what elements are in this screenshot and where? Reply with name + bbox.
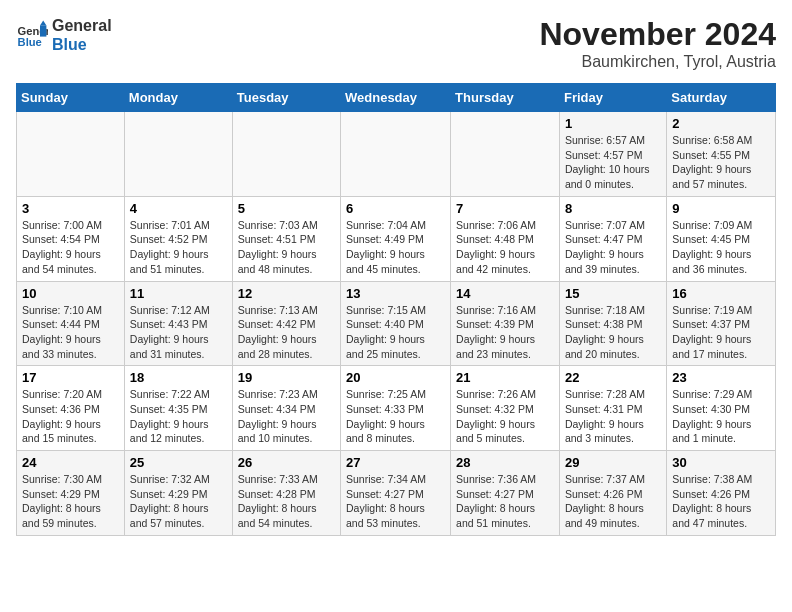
day-info: Sunrise: 6:57 AM Sunset: 4:57 PM Dayligh… [565,133,661,192]
day-info: Sunrise: 7:25 AM Sunset: 4:33 PM Dayligh… [346,387,445,446]
day-number: 2 [672,116,770,131]
day-info: Sunrise: 7:15 AM Sunset: 4:40 PM Dayligh… [346,303,445,362]
day-info: Sunrise: 7:26 AM Sunset: 4:32 PM Dayligh… [456,387,554,446]
week-row-1: 1Sunrise: 6:57 AM Sunset: 4:57 PM Daylig… [17,112,776,197]
day-number: 18 [130,370,227,385]
day-number: 11 [130,286,227,301]
day-cell-16: 16Sunrise: 7:19 AM Sunset: 4:37 PM Dayli… [667,281,776,366]
day-number: 13 [346,286,445,301]
day-cell-12: 12Sunrise: 7:13 AM Sunset: 4:42 PM Dayli… [232,281,340,366]
day-info: Sunrise: 7:22 AM Sunset: 4:35 PM Dayligh… [130,387,227,446]
day-info: Sunrise: 7:34 AM Sunset: 4:27 PM Dayligh… [346,472,445,531]
header-monday: Monday [124,84,232,112]
day-number: 24 [22,455,119,470]
day-info: Sunrise: 7:10 AM Sunset: 4:44 PM Dayligh… [22,303,119,362]
day-info: Sunrise: 7:06 AM Sunset: 4:48 PM Dayligh… [456,218,554,277]
day-number: 29 [565,455,661,470]
day-number: 14 [456,286,554,301]
day-number: 17 [22,370,119,385]
day-info: Sunrise: 7:00 AM Sunset: 4:54 PM Dayligh… [22,218,119,277]
day-cell-1: 1Sunrise: 6:57 AM Sunset: 4:57 PM Daylig… [559,112,666,197]
day-info: Sunrise: 7:19 AM Sunset: 4:37 PM Dayligh… [672,303,770,362]
day-info: Sunrise: 7:28 AM Sunset: 4:31 PM Dayligh… [565,387,661,446]
day-number: 7 [456,201,554,216]
day-cell-8: 8Sunrise: 7:07 AM Sunset: 4:47 PM Daylig… [559,196,666,281]
day-number: 15 [565,286,661,301]
day-info: Sunrise: 7:38 AM Sunset: 4:26 PM Dayligh… [672,472,770,531]
day-cell-28: 28Sunrise: 7:36 AM Sunset: 4:27 PM Dayli… [451,451,560,536]
empty-cell [124,112,232,197]
logo-icon: General Blue [16,19,48,51]
day-cell-4: 4Sunrise: 7:01 AM Sunset: 4:52 PM Daylig… [124,196,232,281]
day-cell-11: 11Sunrise: 7:12 AM Sunset: 4:43 PM Dayli… [124,281,232,366]
day-cell-26: 26Sunrise: 7:33 AM Sunset: 4:28 PM Dayli… [232,451,340,536]
day-info: Sunrise: 7:07 AM Sunset: 4:47 PM Dayligh… [565,218,661,277]
day-cell-7: 7Sunrise: 7:06 AM Sunset: 4:48 PM Daylig… [451,196,560,281]
day-cell-9: 9Sunrise: 7:09 AM Sunset: 4:45 PM Daylig… [667,196,776,281]
empty-cell [341,112,451,197]
day-info: Sunrise: 6:58 AM Sunset: 4:55 PM Dayligh… [672,133,770,192]
day-number: 25 [130,455,227,470]
header: General Blue General Blue November 2024 … [16,16,776,71]
header-sunday: Sunday [17,84,125,112]
week-row-3: 10Sunrise: 7:10 AM Sunset: 4:44 PM Dayli… [17,281,776,366]
day-info: Sunrise: 7:30 AM Sunset: 4:29 PM Dayligh… [22,472,119,531]
day-info: Sunrise: 7:16 AM Sunset: 4:39 PM Dayligh… [456,303,554,362]
day-number: 8 [565,201,661,216]
day-number: 16 [672,286,770,301]
day-info: Sunrise: 7:20 AM Sunset: 4:36 PM Dayligh… [22,387,119,446]
week-row-4: 17Sunrise: 7:20 AM Sunset: 4:36 PM Dayli… [17,366,776,451]
empty-cell [232,112,340,197]
logo: General Blue General Blue [16,16,112,54]
day-info: Sunrise: 7:36 AM Sunset: 4:27 PM Dayligh… [456,472,554,531]
day-info: Sunrise: 7:18 AM Sunset: 4:38 PM Dayligh… [565,303,661,362]
day-cell-21: 21Sunrise: 7:26 AM Sunset: 4:32 PM Dayli… [451,366,560,451]
day-cell-5: 5Sunrise: 7:03 AM Sunset: 4:51 PM Daylig… [232,196,340,281]
day-cell-13: 13Sunrise: 7:15 AM Sunset: 4:40 PM Dayli… [341,281,451,366]
day-number: 9 [672,201,770,216]
day-cell-2: 2Sunrise: 6:58 AM Sunset: 4:55 PM Daylig… [667,112,776,197]
calendar-header-row: SundayMondayTuesdayWednesdayThursdayFrid… [17,84,776,112]
day-info: Sunrise: 7:33 AM Sunset: 4:28 PM Dayligh… [238,472,335,531]
day-number: 6 [346,201,445,216]
day-cell-23: 23Sunrise: 7:29 AM Sunset: 4:30 PM Dayli… [667,366,776,451]
day-number: 21 [456,370,554,385]
svg-text:Blue: Blue [18,36,42,48]
day-cell-22: 22Sunrise: 7:28 AM Sunset: 4:31 PM Dayli… [559,366,666,451]
location-title: Baumkirchen, Tyrol, Austria [539,53,776,71]
day-cell-14: 14Sunrise: 7:16 AM Sunset: 4:39 PM Dayli… [451,281,560,366]
day-cell-6: 6Sunrise: 7:04 AM Sunset: 4:49 PM Daylig… [341,196,451,281]
day-cell-25: 25Sunrise: 7:32 AM Sunset: 4:29 PM Dayli… [124,451,232,536]
day-number: 27 [346,455,445,470]
day-number: 1 [565,116,661,131]
day-number: 3 [22,201,119,216]
day-number: 22 [565,370,661,385]
day-number: 23 [672,370,770,385]
day-cell-10: 10Sunrise: 7:10 AM Sunset: 4:44 PM Dayli… [17,281,125,366]
day-number: 30 [672,455,770,470]
header-thursday: Thursday [451,84,560,112]
day-number: 20 [346,370,445,385]
day-number: 10 [22,286,119,301]
day-info: Sunrise: 7:03 AM Sunset: 4:51 PM Dayligh… [238,218,335,277]
day-cell-17: 17Sunrise: 7:20 AM Sunset: 4:36 PM Dayli… [17,366,125,451]
day-info: Sunrise: 7:23 AM Sunset: 4:34 PM Dayligh… [238,387,335,446]
day-info: Sunrise: 7:32 AM Sunset: 4:29 PM Dayligh… [130,472,227,531]
day-cell-18: 18Sunrise: 7:22 AM Sunset: 4:35 PM Dayli… [124,366,232,451]
day-info: Sunrise: 7:09 AM Sunset: 4:45 PM Dayligh… [672,218,770,277]
header-friday: Friday [559,84,666,112]
logo-line2: Blue [52,35,112,54]
day-info: Sunrise: 7:37 AM Sunset: 4:26 PM Dayligh… [565,472,661,531]
week-row-2: 3Sunrise: 7:00 AM Sunset: 4:54 PM Daylig… [17,196,776,281]
title-area: November 2024 Baumkirchen, Tyrol, Austri… [539,16,776,71]
day-number: 12 [238,286,335,301]
day-info: Sunrise: 7:01 AM Sunset: 4:52 PM Dayligh… [130,218,227,277]
day-cell-3: 3Sunrise: 7:00 AM Sunset: 4:54 PM Daylig… [17,196,125,281]
header-saturday: Saturday [667,84,776,112]
empty-cell [451,112,560,197]
day-info: Sunrise: 7:29 AM Sunset: 4:30 PM Dayligh… [672,387,770,446]
week-row-5: 24Sunrise: 7:30 AM Sunset: 4:29 PM Dayli… [17,451,776,536]
day-number: 19 [238,370,335,385]
day-info: Sunrise: 7:12 AM Sunset: 4:43 PM Dayligh… [130,303,227,362]
day-number: 4 [130,201,227,216]
